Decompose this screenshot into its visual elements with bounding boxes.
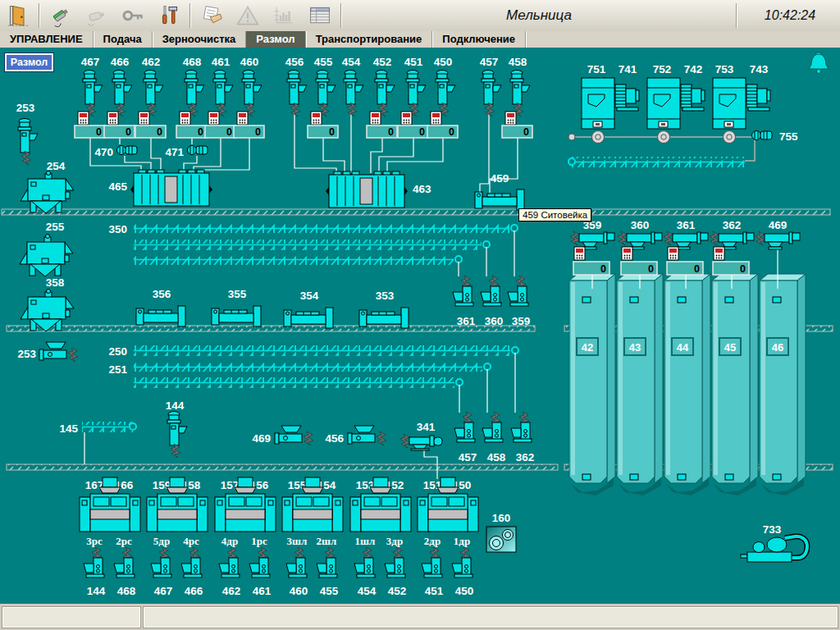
sieve-459[interactable] bbox=[475, 189, 524, 210]
label-751: 751 bbox=[587, 63, 606, 75]
elevator-455[interactable] bbox=[317, 547, 337, 578]
bin-bottom-hatch bbox=[773, 474, 781, 480]
elevator-461[interactable] bbox=[249, 547, 270, 578]
elevator-253[interactable] bbox=[18, 119, 38, 166]
alarm-warning-icon[interactable] bbox=[230, 2, 266, 30]
bin-46[interactable] bbox=[760, 274, 806, 495]
elevator-467[interactable] bbox=[151, 547, 171, 578]
elevator-451[interactable] bbox=[422, 547, 442, 578]
sieve-354[interactable] bbox=[284, 308, 333, 328]
cabinet-752[interactable] bbox=[647, 78, 680, 129]
elevator-457[interactable] bbox=[454, 412, 475, 442]
toolbar-separator bbox=[189, 3, 191, 28]
elevator-462[interactable] bbox=[219, 547, 240, 578]
elevator-461[interactable] bbox=[213, 71, 233, 117]
plansifter-465[interactable] bbox=[130, 170, 212, 206]
counter-value-461: 0 bbox=[226, 126, 232, 138]
bin-45[interactable] bbox=[712, 274, 758, 495]
motor-471[interactable] bbox=[188, 146, 208, 155]
cabinet-753[interactable] bbox=[713, 78, 746, 129]
pump-160[interactable] bbox=[486, 527, 516, 552]
bin-number-44: 44 bbox=[677, 341, 689, 354]
screw-feeder-469[interactable] bbox=[756, 231, 800, 249]
elevator-457[interactable] bbox=[482, 71, 501, 117]
menu-item-0[interactable]: УПРАВЛЕНИЕ bbox=[0, 31, 94, 48]
tools-icon[interactable] bbox=[151, 2, 187, 30]
hopper-255[interactable] bbox=[20, 235, 73, 277]
elevator-468[interactable] bbox=[185, 71, 204, 117]
bin-number-45: 45 bbox=[724, 341, 736, 354]
hopper-358[interactable] bbox=[21, 290, 74, 332]
keypad-458 bbox=[505, 112, 516, 125]
elevator-450[interactable] bbox=[436, 71, 455, 117]
toolbar-separator bbox=[39, 3, 40, 28]
elevator-454[interactable] bbox=[354, 547, 375, 578]
elevator-460[interactable] bbox=[286, 547, 307, 578]
motor-742[interactable] bbox=[681, 84, 705, 111]
bin-42[interactable] bbox=[569, 274, 615, 495]
sieve-356[interactable] bbox=[136, 306, 185, 326]
elevator-467[interactable] bbox=[83, 71, 103, 117]
bin-bottom-hatch bbox=[582, 474, 591, 480]
elevator-452[interactable] bbox=[375, 71, 395, 117]
menu-item-1[interactable]: Подача bbox=[94, 31, 153, 48]
motor-743[interactable] bbox=[746, 84, 770, 111]
elevator-450[interactable] bbox=[452, 547, 472, 578]
label-452: 452 bbox=[373, 56, 392, 68]
elevator-455[interactable] bbox=[316, 71, 336, 117]
motor-470[interactable] bbox=[117, 146, 138, 155]
label-360: 360 bbox=[485, 315, 504, 327]
counter-value-451: 0 bbox=[419, 126, 425, 138]
motor-741[interactable] bbox=[615, 84, 639, 111]
cabinet-751[interactable] bbox=[582, 78, 614, 129]
elevator-458[interactable] bbox=[510, 71, 530, 117]
label-733: 733 bbox=[763, 523, 782, 536]
plansifter-463[interactable] bbox=[326, 171, 408, 208]
plug-connect-icon[interactable] bbox=[43, 2, 79, 30]
belt-conveyor bbox=[7, 464, 558, 470]
trend-chart-icon[interactable] bbox=[266, 2, 302, 30]
menu-item-4[interactable]: Транспортирование bbox=[306, 31, 433, 48]
alarm-bell-icon[interactable] bbox=[809, 52, 829, 74]
label-458: 458 bbox=[487, 451, 506, 463]
elevator-359[interactable] bbox=[508, 276, 528, 306]
elevator-454[interactable] bbox=[344, 71, 363, 117]
elevator-144[interactable] bbox=[84, 547, 104, 578]
elevator-362[interactable] bbox=[511, 412, 532, 442]
elevator-452[interactable] bbox=[385, 547, 405, 578]
elevator-466[interactable] bbox=[181, 547, 202, 578]
bin-43[interactable] bbox=[617, 274, 663, 495]
elevator-460[interactable] bbox=[242, 71, 262, 117]
elevator-456[interactable] bbox=[287, 71, 307, 117]
bin-44[interactable] bbox=[664, 274, 710, 495]
counter-value-452: 0 bbox=[388, 126, 394, 138]
plug-disconnect-icon[interactable] bbox=[79, 2, 115, 30]
hopper-254[interactable] bbox=[21, 171, 74, 214]
elevator-451[interactable] bbox=[406, 71, 426, 117]
report-table-icon[interactable] bbox=[302, 2, 338, 30]
menu-item-5[interactable]: Подключение bbox=[432, 31, 526, 48]
counter-value-460: 0 bbox=[255, 126, 261, 138]
feeder-469[interactable] bbox=[275, 426, 313, 445]
elevator-458[interactable] bbox=[482, 412, 503, 442]
sieve-355[interactable] bbox=[212, 306, 261, 326]
acknowledge-doc-icon[interactable] bbox=[194, 2, 230, 30]
blower-733[interactable] bbox=[741, 536, 807, 562]
auger-341[interactable] bbox=[400, 434, 442, 450]
page-button-razmol[interactable]: Размол bbox=[4, 52, 54, 72]
elevator-360[interactable] bbox=[481, 276, 501, 306]
elevator-468[interactable] bbox=[114, 547, 135, 578]
motor-755[interactable] bbox=[752, 131, 773, 140]
menu-item-2[interactable]: Зерноочистка bbox=[153, 31, 247, 48]
elevator-361[interactable] bbox=[453, 276, 473, 306]
elevator-462[interactable] bbox=[144, 71, 163, 117]
elevator-466[interactable] bbox=[112, 71, 132, 117]
key-icon[interactable] bbox=[115, 2, 151, 30]
exit-door-icon[interactable] bbox=[0, 2, 36, 30]
sieve-353[interactable] bbox=[359, 308, 409, 328]
feeder-456[interactable] bbox=[348, 426, 386, 445]
label-462: 462 bbox=[222, 585, 241, 597]
menu-item-3[interactable]: Размол bbox=[246, 31, 305, 48]
feeder-253[interactable] bbox=[39, 342, 78, 362]
elevator-144[interactable] bbox=[167, 412, 187, 459]
